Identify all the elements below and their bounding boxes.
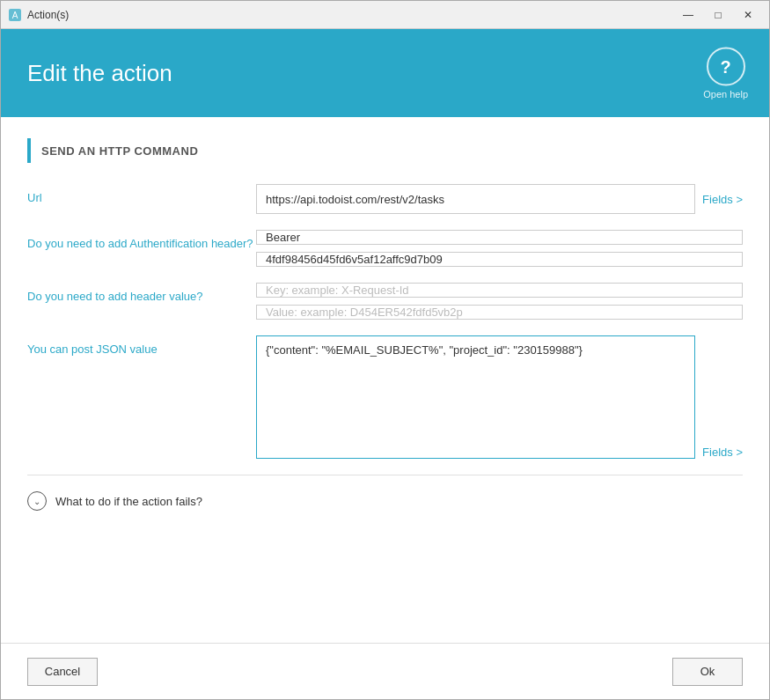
divider bbox=[27, 475, 743, 475]
main-window: A Action(s) — □ ✕ Edit the action ? Open… bbox=[0, 0, 770, 700]
url-input[interactable] bbox=[256, 184, 695, 214]
fields-link-2[interactable]: Fields > bbox=[702, 446, 743, 459]
url-controls: Fields > bbox=[256, 184, 743, 214]
section-bar-accent bbox=[27, 138, 31, 163]
auth-label: Do you need to add Authentification head… bbox=[27, 230, 256, 250]
what-todo-label: What to do if the action fails? bbox=[55, 495, 202, 508]
dialog-header: Edit the action ? Open help bbox=[1, 29, 769, 117]
json-row: You can post JSON value {"content": "%EM… bbox=[27, 335, 743, 459]
header-value-input[interactable] bbox=[256, 305, 743, 320]
minimize-button[interactable]: — bbox=[674, 3, 702, 27]
auth-type-input[interactable] bbox=[256, 230, 743, 245]
page-title: Edit the action bbox=[27, 60, 172, 87]
ok-button[interactable]: Ok bbox=[672, 658, 743, 686]
header-value-controls bbox=[256, 283, 743, 320]
help-label: Open help bbox=[703, 89, 748, 99]
footer: Cancel Ok bbox=[1, 643, 769, 699]
json-links: Fields > bbox=[702, 335, 743, 459]
json-label: You can post JSON value bbox=[27, 335, 256, 356]
fields-link-1[interactable]: Fields > bbox=[702, 193, 743, 206]
app-icon: A bbox=[8, 8, 22, 22]
header-value-row: Do you need to add header value? bbox=[27, 283, 743, 320]
url-label: Url bbox=[27, 184, 256, 204]
window-title: Action(s) bbox=[27, 9, 674, 21]
section-header: SEND AN HTTP COMMAND bbox=[27, 138, 743, 163]
auth-controls bbox=[256, 230, 743, 267]
auth-token-input[interactable] bbox=[256, 252, 743, 267]
title-bar: A Action(s) — □ ✕ bbox=[1, 1, 769, 29]
auth-row: Do you need to add Authentification head… bbox=[27, 230, 743, 267]
json-controls: {"content": "%EMAIL_SUBJECT%", "project_… bbox=[256, 335, 743, 459]
help-icon: ? bbox=[707, 48, 745, 86]
close-button[interactable]: ✕ bbox=[734, 3, 762, 27]
what-todo-section[interactable]: ⌄ What to do if the action fails? bbox=[27, 491, 743, 511]
cancel-button[interactable]: Cancel bbox=[27, 658, 98, 686]
json-textarea[interactable]: {"content": "%EMAIL_SUBJECT%", "project_… bbox=[256, 335, 695, 459]
maximize-button[interactable]: □ bbox=[704, 3, 732, 27]
url-row: Url Fields > bbox=[27, 184, 743, 214]
svg-text:A: A bbox=[12, 11, 18, 20]
chevron-down-icon: ⌄ bbox=[27, 491, 47, 511]
header-value-label: Do you need to add header value? bbox=[27, 283, 256, 303]
content-area: SEND AN HTTP COMMAND Url Fields > Do you… bbox=[1, 117, 769, 643]
window-controls: — □ ✕ bbox=[674, 3, 762, 27]
url-input-row: Fields > bbox=[256, 184, 743, 214]
section-title: SEND AN HTTP COMMAND bbox=[41, 144, 198, 158]
header-key-input[interactable] bbox=[256, 283, 743, 298]
open-help-button[interactable]: ? Open help bbox=[703, 48, 748, 99]
json-textarea-row: {"content": "%EMAIL_SUBJECT%", "project_… bbox=[256, 335, 743, 459]
